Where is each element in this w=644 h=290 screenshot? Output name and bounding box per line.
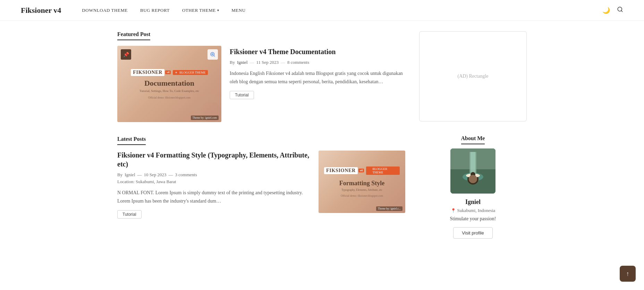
svg-rect-6 — [368, 169, 372, 172]
latest-thumb-blogger: BLOGGER THEME — [366, 167, 400, 175]
header-actions: 🌙 — [602, 6, 623, 14]
nav-download-theme[interactable]: DOWNLOAD THEME — [82, 8, 128, 13]
featured-post-meta: By Igniel — 11 Sep 2023 — 8 comments — [230, 60, 405, 65]
about-avatar — [450, 148, 495, 194]
featured-author[interactable]: Igniel — [237, 60, 247, 65]
thumb-v4-badge: v4 — [165, 70, 171, 74]
latest-comments[interactable]: 3 comments — [175, 172, 197, 178]
featured-post-title[interactable]: Fiksioner v4 Theme Documentation — [230, 47, 405, 56]
location-icon: 📍 — [451, 208, 456, 213]
svg-text:B: B — [176, 71, 177, 74]
latest-author[interactable]: Igniel — [125, 172, 135, 178]
about-bio: Stimulate your passion! — [419, 216, 527, 222]
nav-menu[interactable]: Menu — [231, 8, 245, 13]
about-title: About Me — [461, 135, 485, 144]
main-nav: DOWNLOAD THEME Bug Report Other Theme ▾ … — [82, 8, 602, 13]
about-section: About Me — [419, 135, 527, 239]
ad-label: (AD) Rectangle — [457, 74, 488, 79]
featured-date: 11 Sep 2023 — [256, 60, 279, 65]
latest-date: 10 Sep 2023 — [144, 172, 167, 178]
search-icon[interactable] — [617, 6, 623, 14]
dark-mode-icon[interactable]: 🌙 — [602, 7, 610, 14]
about-name: Igniel — [419, 198, 527, 206]
latest-section-title: Latest Posts — [117, 136, 146, 145]
featured-section: Featured Post 📌 FIKSIONER v4 — [117, 31, 405, 122]
featured-excerpt: Indonesia English Fiksioner v4 adalah te… — [230, 69, 405, 86]
latest-post-info: Fiksioner v4 Formatting Style (Typograph… — [117, 151, 310, 219]
sidebar-ad-box: (AD) Rectangle — [419, 31, 527, 121]
featured-section-title: Featured Post — [117, 31, 150, 40]
latest-location: Location: Sukabumi, Jawa Barat — [117, 179, 310, 185]
latest-thumb-inner: FIKSIONER v4 BLOGGER THEME Formatting St… — [319, 151, 405, 213]
visit-profile-button[interactable]: Visit profile — [453, 227, 492, 239]
featured-thumbnail[interactable]: 📌 FIKSIONER v4 B BLOGGER — [117, 46, 221, 122]
featured-card: 📌 FIKSIONER v4 B BLOGGER — [117, 46, 405, 122]
thumb-brand-name: FIKSIONER — [131, 69, 164, 76]
about-location: 📍 Sukabumi, Indonesia — [419, 208, 527, 213]
featured-comments[interactable]: 8 comments — [287, 60, 309, 65]
thumb-brand-row: FIKSIONER v4 B BLOGGER THEME — [131, 69, 207, 76]
focus-icon — [207, 49, 218, 60]
nav-bug-report[interactable]: Bug Report — [140, 8, 170, 13]
svg-point-3 — [212, 53, 213, 55]
latest-tag-button[interactable]: Tutorial — [117, 210, 142, 219]
nav-other-theme[interactable]: Other Theme ▾ — [182, 8, 219, 13]
latest-post-title[interactable]: Fiksioner v4 Formatting Style (Typograph… — [117, 151, 310, 169]
thumb-doc-title: Documentation — [144, 79, 194, 88]
latest-post-meta: By Igniel — 10 Sep 2023 — 3 comments — [117, 172, 310, 178]
featured-info: Fiksioner v4 Theme Documentation By Igni… — [230, 46, 405, 99]
latest-thumb-brand-row: FIKSIONER v4 BLOGGER THEME — [324, 167, 400, 175]
latest-thumb-sub: Typography, Elements, Attribute, etc — [341, 188, 382, 191]
thumb-doc-subtitle: Tutorial, Settings, How To, Code Example… — [139, 89, 199, 93]
thumb-watermark: Theme by: igniel.com — [191, 116, 219, 120]
latest-excerpt: N ORMAL FONT. Lorem Ipsum is simply dumm… — [117, 189, 310, 205]
site-logo[interactable]: Fiksioner v4 — [21, 6, 61, 15]
latest-thumb-v4-badge: v4 — [358, 169, 364, 172]
sidebar: (AD) Rectangle About Me — [419, 31, 527, 239]
latest-thumb-demo: Official demo: fiksioner.blogspot.com — [341, 194, 383, 197]
svg-line-1 — [621, 10, 622, 11]
latest-post-card: Fiksioner v4 Formatting Style (Typograph… — [117, 151, 405, 219]
latest-thumbnail[interactable]: FIKSIONER v4 BLOGGER THEME Formatting St… — [319, 151, 405, 213]
thumb-demo-text: Official demo: fiksioner.blogspot.com — [148, 96, 190, 99]
featured-tag-button[interactable]: Tutorial — [230, 91, 254, 99]
chevron-down-icon: ▾ — [217, 8, 219, 12]
header: Fiksioner v4 DOWNLOAD THEME Bug Report O… — [0, 0, 644, 21]
pin-icon: 📌 — [121, 49, 131, 60]
featured-thumb-inner: FIKSIONER v4 B BLOGGER THEME Documentati… — [117, 46, 221, 122]
latest-thumb-title: Formatting Style — [339, 180, 384, 187]
latest-thumb-brand-name: FIKSIONER — [324, 167, 358, 174]
thumb-blogger-label: B BLOGGER THEME — [173, 70, 208, 75]
main-content: Featured Post 📌 FIKSIONER v4 — [117, 31, 405, 239]
svg-point-2 — [211, 52, 214, 56]
svg-point-15 — [469, 175, 477, 183]
latest-section: Latest Posts Fiksioner v4 Formatting Sty… — [117, 136, 405, 219]
page-container: Featured Post 📌 FIKSIONER v4 — [103, 21, 541, 249]
latest-thumb-watermark: Theme by: igniel.c... — [376, 206, 402, 211]
